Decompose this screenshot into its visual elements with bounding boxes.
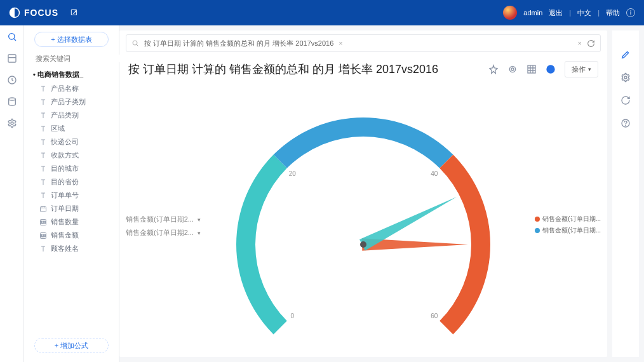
separator: | bbox=[598, 9, 600, 17]
open-external-icon[interactable] bbox=[70, 8, 79, 17]
svg-point-2 bbox=[8, 34, 14, 39]
topbar: FOCUS admin 退出 | 中文 | 帮助 i bbox=[0, 0, 644, 25]
gauge-chart: 0204060 bbox=[119, 81, 607, 357]
refresh-icon[interactable] bbox=[587, 39, 595, 48]
field-sidebar: + 选择数据表 • 电商销售数据_ 产品名称产品子类别产品类别区域快递公司收款方… bbox=[24, 25, 119, 362]
svg-text:60: 60 bbox=[431, 312, 438, 319]
svg-rect-3 bbox=[8, 55, 16, 62]
help-icon[interactable]: i bbox=[626, 8, 635, 17]
field-item[interactable]: 订单单号 bbox=[33, 189, 115, 202]
field-item[interactable]: 产品子类别 bbox=[33, 95, 115, 109]
page-title: 按 订单日期 计算的 销售金额的总和 的月 增长率 2017vs2016 bbox=[128, 62, 481, 77]
field-item[interactable]: 目的城市 bbox=[33, 162, 115, 175]
svg-point-14 bbox=[511, 68, 514, 70]
field-item[interactable]: 目的省份 bbox=[33, 175, 115, 189]
field-item[interactable]: 订单日期 bbox=[33, 202, 115, 215]
lang-link[interactable]: 中文 bbox=[577, 8, 591, 18]
nav-dashboard-icon[interactable] bbox=[7, 53, 17, 64]
svg-text:20: 20 bbox=[289, 170, 297, 177]
datasource-name[interactable]: • 电商销售数据_ bbox=[33, 67, 115, 82]
svg-text:123: 123 bbox=[41, 220, 46, 224]
field-item[interactable]: 顾客姓名 bbox=[33, 242, 115, 255]
config-icon[interactable] bbox=[507, 64, 518, 74]
brand-text: FOCUS bbox=[24, 8, 58, 18]
add-formula-button[interactable]: + 增加公式 bbox=[34, 338, 109, 353]
reload-icon[interactable] bbox=[621, 95, 631, 105]
separator: | bbox=[569, 9, 571, 17]
svg-text:40: 40 bbox=[431, 170, 438, 177]
svg-point-22 bbox=[360, 241, 366, 248]
brand-logo-icon bbox=[9, 7, 20, 18]
question-icon[interactable] bbox=[621, 118, 631, 128]
title-bar: 按 订单日期 计算的 销售金额的总和 的月 增长率 2017vs2016 操作 … bbox=[119, 52, 607, 81]
svg-text:123: 123 bbox=[41, 234, 46, 238]
select-datasource-button[interactable]: + 选择数据表 bbox=[34, 32, 109, 47]
chart-area: 销售金额(订单日期2...▾ 销售金额(订单日期2...▾ 0204060 销售… bbox=[119, 81, 607, 357]
svg-point-25 bbox=[626, 125, 626, 126]
edit-chart-icon[interactable] bbox=[621, 50, 631, 60]
svg-point-5 bbox=[8, 98, 15, 100]
nav-history-icon[interactable] bbox=[7, 75, 17, 85]
search-icon bbox=[131, 39, 139, 47]
nav-rail bbox=[0, 25, 24, 362]
chart-toolbar: 操作 ▾ bbox=[488, 61, 598, 77]
field-item[interactable]: 123销售金额 bbox=[33, 229, 115, 242]
help-link[interactable]: 帮助 bbox=[606, 8, 620, 18]
avatar[interactable] bbox=[503, 6, 517, 20]
brand: FOCUS bbox=[9, 7, 58, 18]
field-search[interactable] bbox=[32, 55, 111, 62]
chart-view-icon[interactable] bbox=[546, 64, 556, 74]
field-search-input[interactable] bbox=[36, 55, 123, 62]
clear-query-icon[interactable]: × bbox=[339, 39, 342, 47]
nav-settings-icon[interactable] bbox=[7, 118, 17, 128]
query-text: 按 订单日期 计算的 销售金额的总和 的月 增长率 2017vs2016 bbox=[144, 39, 333, 48]
table-view-icon[interactable] bbox=[527, 64, 537, 74]
field-item[interactable]: 产品类别 bbox=[33, 109, 115, 122]
topbar-right: admin 退出 | 中文 | 帮助 i bbox=[503, 6, 635, 20]
field-item[interactable]: 产品名称 bbox=[33, 82, 115, 95]
clear-all-icon[interactable]: × bbox=[578, 39, 582, 47]
legend-dot-icon bbox=[535, 228, 540, 233]
svg-rect-8 bbox=[41, 206, 46, 211]
nav-data-icon[interactable] bbox=[7, 97, 17, 107]
field-item[interactable]: 123销售数量 bbox=[33, 215, 115, 229]
legend-item[interactable]: 销售金额(订单日期... bbox=[535, 226, 601, 235]
svg-point-23 bbox=[624, 76, 627, 79]
field-item[interactable]: 区域 bbox=[33, 122, 115, 135]
svg-point-13 bbox=[133, 41, 137, 45]
gear-icon[interactable] bbox=[621, 72, 631, 83]
legend-item[interactable]: 销售金额(订单日期... bbox=[535, 215, 601, 224]
nav-search-icon[interactable] bbox=[7, 32, 17, 42]
chevron-down-icon: ▾ bbox=[588, 66, 591, 72]
pin-icon[interactable] bbox=[488, 64, 499, 74]
svg-point-6 bbox=[11, 122, 13, 124]
operations-dropdown[interactable]: 操作 ▾ bbox=[565, 61, 598, 77]
legend: 销售金额(订单日期... 销售金额(订单日期... bbox=[535, 215, 601, 235]
username: admin bbox=[523, 9, 542, 17]
field-tree: • 电商销售数据_ 产品名称产品子类别产品类别区域快递公司收款方式目的城市目的省… bbox=[24, 67, 119, 333]
right-rail bbox=[612, 30, 639, 357]
svg-text:0: 0 bbox=[290, 312, 294, 319]
field-item[interactable]: 收款方式 bbox=[33, 149, 115, 162]
legend-dot-icon bbox=[535, 217, 540, 222]
svg-rect-15 bbox=[528, 65, 535, 73]
logout-link[interactable]: 退出 bbox=[549, 8, 563, 18]
field-item[interactable]: 快递公司 bbox=[33, 135, 115, 149]
query-bar[interactable]: 按 订单日期 计算的 销售金额的总和 的月 增长率 2017vs2016 × × bbox=[126, 34, 601, 52]
